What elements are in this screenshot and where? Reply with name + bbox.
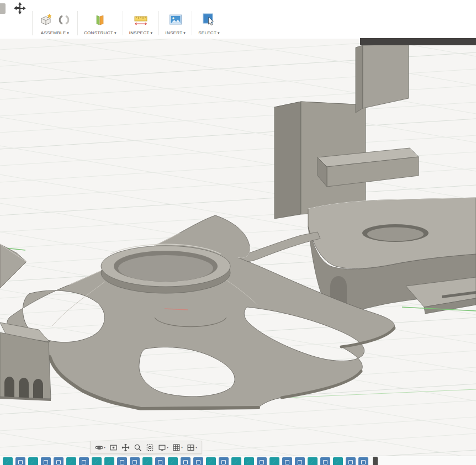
arch-opening [19, 378, 29, 398]
fusion-app-window: ASSEMBLE ▾ CONSTRUCT ▾ [0, 0, 476, 465]
timeline-feature-icon[interactable] [155, 457, 165, 465]
timeline-icon-strip [1, 456, 369, 465]
chevron-down-icon: ▾ [181, 446, 183, 449]
view-navigation-bar: ▾ ▾ ▾ ▾ [90, 441, 202, 454]
timeline-feature-icon[interactable] [117, 457, 127, 465]
timeline-sketch-icon[interactable] [66, 457, 76, 465]
construct-label: CONSTRUCT [84, 30, 113, 35]
chevron-down-icon: ▾ [218, 31, 220, 35]
ring-boss[interactable] [101, 244, 230, 293]
construct-plane-icon[interactable] [93, 13, 107, 27]
insert-image-icon[interactable] [168, 13, 183, 27]
display-settings-button[interactable]: ▾ [156, 442, 170, 453]
timeline-feature-icon[interactable] [282, 457, 292, 465]
look-at-button[interactable] [108, 442, 119, 453]
timeline-feature-icon[interactable] [219, 457, 229, 465]
toolbar-group-assemble: ASSEMBLE ▾ [32, 11, 77, 35]
joint-icon[interactable] [57, 13, 71, 27]
timeline-feature-icon[interactable] [358, 457, 368, 465]
chevron-down-icon: ▾ [114, 31, 117, 35]
timeline-sketch-icon[interactable] [231, 457, 241, 465]
toolbar-group-inspect: INSPECT ▾ [123, 11, 159, 35]
inspect-label: INSPECT [129, 30, 150, 35]
timeline-feature-icon[interactable] [79, 457, 89, 465]
timeline-feature-icon[interactable] [15, 457, 25, 465]
pan-button[interactable] [120, 442, 131, 453]
toolbar-group-select: SELECT ▾ [192, 11, 226, 35]
chevron-down-icon: ▾ [183, 31, 186, 35]
timeline-feature-icon[interactable] [193, 457, 203, 465]
insert-label: INSERT [165, 30, 182, 35]
select-dropdown[interactable]: SELECT ▾ [198, 30, 220, 35]
timeline-sketch-icon[interactable] [92, 457, 102, 465]
timeline-feature-icon[interactable] [295, 457, 305, 465]
timeline-sketch-icon[interactable] [269, 457, 279, 465]
timeline-feature-icon[interactable] [320, 457, 330, 465]
toolbar-groups: ASSEMBLE ▾ CONSTRUCT ▾ [32, 11, 226, 35]
timeline-sketch-icon[interactable] [142, 457, 152, 465]
timeline-sketch-icon[interactable] [244, 457, 254, 465]
select-cursor-icon[interactable] [202, 13, 216, 27]
toolbar-group-construct: CONSTRUCT ▾ [77, 11, 123, 35]
model-viewport-canvas[interactable]: ▾ ▾ ▾ ▾ [0, 39, 476, 456]
timeline-feature-icon[interactable] [130, 457, 140, 465]
timeline-sketch-icon[interactable] [104, 457, 114, 465]
ribbon-toolbar: ASSEMBLE ▾ CONSTRUCT ▾ [0, 0, 476, 39]
inspect-dropdown[interactable]: INSPECT ▾ [129, 30, 153, 35]
chevron-down-icon: ▾ [151, 31, 153, 35]
insert-dropdown[interactable]: INSERT ▾ [165, 30, 186, 35]
toolbar-upper-row-partial [0, 2, 27, 15]
assemble-dropdown[interactable]: ASSEMBLE ▾ [41, 30, 69, 35]
corner-plate-fragment[interactable] [0, 244, 27, 288]
feature-timeline [0, 456, 476, 465]
timeline-playhead-marker[interactable] [373, 457, 378, 465]
timeline-feature-icon[interactable] [346, 457, 356, 465]
orbit-button[interactable]: ▾ [93, 442, 107, 453]
arched-structure[interactable] [0, 323, 51, 401]
zoom-button[interactable] [132, 442, 144, 453]
arch-opening [33, 379, 43, 399]
clipped-dark-object [360, 38, 476, 45]
timeline-sketch-icon[interactable] [28, 457, 38, 465]
timeline-feature-icon[interactable] [257, 457, 267, 465]
move-copy-icon[interactable] [13, 2, 27, 15]
measure-icon[interactable] [134, 13, 148, 27]
chevron-down-icon: ▾ [104, 446, 105, 449]
scene-svg [0, 39, 476, 456]
arch-opening [4, 377, 14, 398]
new-component-icon[interactable] [39, 13, 53, 27]
timeline-sketch-icon[interactable] [168, 457, 178, 465]
chevron-down-icon: ▾ [167, 446, 168, 449]
viewports-button[interactable]: ▾ [185, 442, 199, 453]
select-label: SELECT [198, 30, 216, 35]
timeline-sketch-icon[interactable] [3, 457, 13, 465]
timeline-feature-icon[interactable] [41, 457, 51, 465]
timeline-feature-icon[interactable] [54, 457, 64, 465]
timeline-sketch-icon[interactable] [206, 457, 216, 465]
chevron-down-icon: ▾ [195, 446, 197, 449]
timeline-sketch-icon[interactable] [333, 457, 343, 465]
fit-button[interactable] [144, 442, 156, 453]
toolbar-group-insert: INSERT ▾ [158, 11, 192, 35]
timeline-feature-icon[interactable] [181, 457, 191, 465]
clipped-tool-icon[interactable] [0, 2, 7, 15]
assemble-label: ASSEMBLE [41, 30, 66, 35]
construct-dropdown[interactable]: CONSTRUCT ▾ [84, 30, 117, 35]
chevron-down-icon: ▾ [67, 31, 69, 35]
tall-block[interactable] [356, 44, 409, 113]
timeline-sketch-icon[interactable] [308, 457, 318, 465]
grid-and-snaps-button[interactable]: ▾ [171, 442, 184, 453]
